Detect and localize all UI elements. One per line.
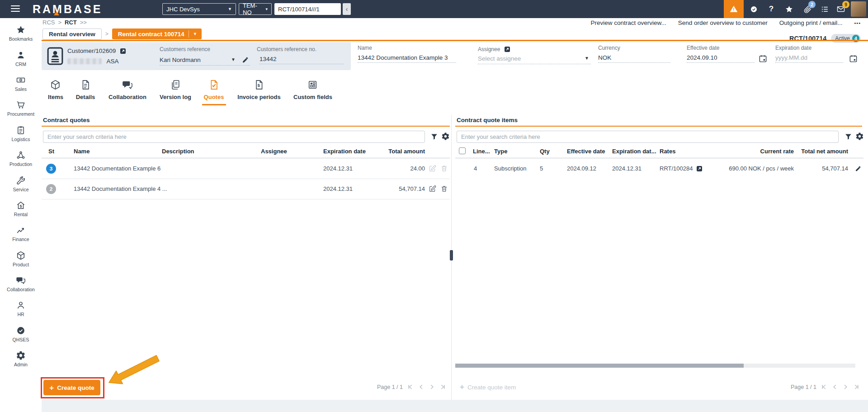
next-page-icon[interactable] [842, 384, 849, 390]
delete-icon[interactable] [440, 165, 448, 172]
outgoing-print-email-link[interactable]: Outgoing print / email... [779, 19, 843, 26]
favorites-button[interactable] [779, 0, 799, 18]
quote-items-search-input[interactable] [457, 131, 839, 143]
panel-resize-handle[interactable] [450, 250, 453, 260]
sidebar-item-logistics[interactable]: Logistics [0, 121, 42, 146]
first-page-icon[interactable] [821, 384, 827, 390]
create-quote-button[interactable]: + Create quote [43, 380, 100, 395]
sidebar-item-collaboration[interactable]: Collaboration [0, 271, 42, 296]
col-total-net-amount[interactable]: Total net amount [801, 148, 848, 155]
sidebar-item-qhses[interactable]: QHSES [0, 322, 42, 346]
effective-date-field[interactable]: 2024.09.10 [687, 54, 755, 63]
sidebar-item-service[interactable]: Service [0, 171, 42, 196]
filter-icon[interactable] [430, 133, 438, 141]
quotes-search-input[interactable] [43, 131, 425, 143]
assignee-field[interactable]: Select assignee ▼ [478, 54, 591, 64]
collapse-search-button[interactable]: ‹ [343, 3, 351, 15]
help-button[interactable]: ? [761, 0, 781, 18]
customers-reference-field[interactable]: Kari Nordmann ▼ [160, 56, 250, 66]
quote-item-row[interactable]: 4 Subscription 5 2024.09.12 2024.12.31 R… [455, 159, 863, 179]
name-field[interactable]: 13442 Documentation Example 3 [358, 54, 456, 63]
chevron-down-icon[interactable]: ▼ [585, 56, 589, 61]
sidebar-item-admin[interactable]: Admin [0, 346, 42, 371]
col-rates[interactable]: Rates [660, 148, 675, 155]
gear-icon[interactable] [441, 132, 450, 141]
prev-page-icon[interactable] [418, 384, 425, 390]
prev-page-icon[interactable] [831, 384, 838, 390]
last-page-icon[interactable] [853, 384, 860, 390]
more-actions-button[interactable]: ••• [854, 20, 861, 26]
messages-button[interactable]: 9 [831, 0, 851, 18]
scrollbar-thumb[interactable] [455, 364, 744, 368]
tab-version-log[interactable]: Version log [160, 79, 191, 100]
gear-icon[interactable] [855, 132, 864, 141]
expiration-date-field[interactable]: yyyy.MM.dd [775, 54, 843, 63]
col-line[interactable]: Line... [473, 148, 490, 155]
col-type[interactable]: Type [494, 148, 507, 155]
alerts-button[interactable] [724, 0, 744, 18]
quote-row[interactable]: 2 13442 Documentation Example 4 ... 2024… [42, 179, 450, 199]
tab-details[interactable]: Details [76, 79, 95, 100]
col-qty[interactable]: Qty [540, 148, 550, 155]
sidebar-item-finance[interactable]: Finance [0, 221, 42, 246]
edit-icon[interactable] [429, 185, 436, 193]
external-link-icon[interactable] [505, 46, 510, 54]
col-expiration-date[interactable]: Expiration dat... [612, 148, 656, 155]
sidebar-item-hr[interactable]: HR [0, 296, 42, 321]
sidebar-item-sales[interactable]: Sales [0, 71, 42, 96]
sidebar-item-product[interactable]: Product [0, 246, 42, 271]
external-link-icon[interactable] [697, 166, 702, 173]
status-circle[interactable]: 2 [46, 184, 56, 194]
sidebar-item-rental[interactable]: $ Rental [0, 196, 42, 221]
sidebar-item-procurement[interactable]: Procurement [0, 96, 42, 121]
status-circle[interactable]: 3 [46, 164, 56, 174]
calendar-icon[interactable] [759, 54, 767, 63]
customers-reference-no-field[interactable]: 13442 [259, 56, 344, 64]
chevron-down-icon[interactable]: ▼ [193, 32, 197, 36]
col-assignee[interactable]: Assignee [261, 148, 287, 155]
breadcrumb-rcs[interactable]: RCS [42, 19, 55, 26]
filter-icon[interactable] [844, 133, 852, 141]
chevron-down-icon[interactable]: ▼ [231, 57, 236, 62]
sidebar-item-crm[interactable]: CRM [0, 46, 42, 71]
edit-pencil-icon[interactable] [242, 57, 249, 63]
create-quote-item-button[interactable]: + Create quote item [460, 383, 516, 392]
environment-select[interactable]: JHC DevSys ▼ [162, 3, 236, 15]
tab-rental-contract[interactable]: Rental contract 100714 ▼ [112, 28, 202, 39]
calendar-icon[interactable] [849, 54, 858, 63]
customer-link[interactable]: Customer/102609 [67, 47, 126, 56]
col-current-rate[interactable]: Current rate [760, 148, 794, 155]
first-page-icon[interactable] [407, 384, 414, 390]
company-select[interactable]: TEM-NO ▾ [239, 3, 272, 15]
edit-icon[interactable] [429, 165, 436, 172]
col-description[interactable]: Description [162, 148, 194, 155]
next-page-icon[interactable] [429, 384, 435, 390]
user-avatar[interactable] [851, 1, 866, 17]
tab-custom-fields[interactable]: Custom fields [293, 79, 332, 100]
tab-invoice-periods[interactable]: $ Invoice periods [237, 79, 280, 100]
col-effective-date[interactable]: Effective date [567, 148, 605, 155]
menu-icon[interactable] [11, 5, 20, 13]
preview-contract-overview-link[interactable]: Preview contract overview... [590, 19, 666, 26]
select-all-checkbox[interactable] [459, 147, 466, 154]
approvals-button[interactable] [744, 0, 764, 18]
tab-items[interactable]: Items [48, 79, 63, 100]
currency-field[interactable]: NOK [598, 54, 670, 63]
tab-quotes[interactable]: Quotes [204, 79, 224, 100]
tab-rental-overview[interactable]: Rental overview [42, 28, 102, 40]
col-name[interactable]: Name [74, 148, 90, 155]
horizontal-scrollbar[interactable] [455, 364, 855, 368]
last-page-icon[interactable] [439, 384, 446, 390]
edit-pencil-icon[interactable] [855, 166, 861, 172]
breadcrumb-rct[interactable]: RCT [65, 19, 77, 26]
status-badge[interactable]: Active 4 [831, 34, 861, 43]
global-search-input[interactable] [274, 3, 341, 15]
col-expiration-date[interactable]: Expiration date [323, 148, 366, 155]
col-st[interactable]: St [48, 148, 54, 155]
sidebar-item-bookmarks[interactable]: Bookmarks [0, 21, 42, 46]
col-total-amount[interactable]: Total amount [388, 148, 425, 155]
delete-icon[interactable] [440, 185, 448, 193]
sidebar-item-production[interactable]: Production [0, 146, 42, 171]
send-order-overview-link[interactable]: Send order overview to customer [678, 19, 768, 26]
quote-row[interactable]: 3 13442 Documentation Example 6 2024.12.… [42, 159, 450, 179]
